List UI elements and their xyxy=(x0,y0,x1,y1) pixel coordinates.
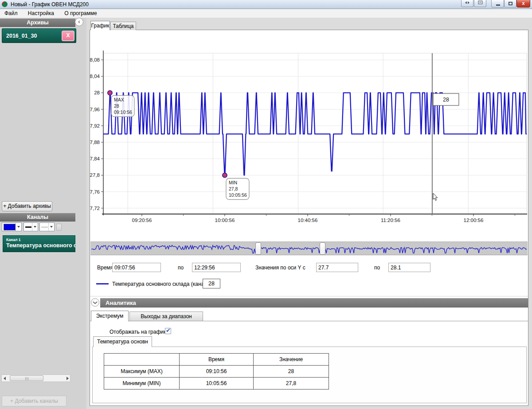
show-on-chart-checkbox[interactable]: ✔ xyxy=(165,328,171,334)
extremum-table-head: ВремяЗначение xyxy=(104,354,329,366)
minimize-button[interactable] xyxy=(491,0,504,8)
extremum-table-header-cell: Время xyxy=(180,354,254,366)
combo-separator xyxy=(16,223,16,231)
analytics-divider xyxy=(90,296,528,296)
color-swatch xyxy=(4,224,16,230)
check-icon: ✔ xyxy=(166,327,171,334)
legend-value-box[interactable]: 28 xyxy=(203,279,220,288)
thumb-grip-icon xyxy=(25,377,29,380)
combo-separator xyxy=(32,223,32,231)
to-label-1: по xyxy=(178,265,184,271)
tab-table[interactable]: Таблица xyxy=(110,22,136,30)
svg-text:27,76: 27,76 xyxy=(90,189,100,195)
triangle-right-icon xyxy=(66,377,69,380)
chart-plot[interactable]: 28,0828,042827,9627,9227,8827,8427,827,7… xyxy=(90,30,529,234)
svg-text:27,96: 27,96 xyxy=(90,107,100,112)
menu-item-about[interactable]: О программе xyxy=(60,9,101,18)
sidebar-collapse-button[interactable]: ‹ xyxy=(75,18,83,26)
extremum-table-cell: 09:10:56 xyxy=(180,366,254,378)
legend-swatch xyxy=(96,283,109,284)
extremum-table-cell: Минимум (MIN) xyxy=(104,378,180,390)
svg-text:27,84: 27,84 xyxy=(90,156,100,161)
chevron-down-icon xyxy=(34,226,36,228)
show-on-chart-label: Отображать на графике xyxy=(110,329,169,335)
add-channels-button[interactable]: + Добавить каналы xyxy=(2,396,66,406)
channel-item-tag: Канал 1 xyxy=(6,238,20,242)
time-from-input[interactable] xyxy=(112,263,161,272)
chevron-down-icon xyxy=(93,301,98,304)
navigator-handle-right[interactable] xyxy=(320,242,325,255)
y-from-input[interactable] xyxy=(316,263,358,272)
pin-window-icon xyxy=(478,0,483,4)
navigator-strip[interactable] xyxy=(90,242,528,255)
app-logo-icon xyxy=(2,1,8,7)
extremum-table-cell: 28 xyxy=(254,366,329,378)
extremum-table: ВремяЗначение Максимум (MAX)09:10:5628Ми… xyxy=(104,353,329,390)
channel-style-extra-button[interactable] xyxy=(56,224,62,231)
analytics-collapse-button[interactable] xyxy=(91,298,99,307)
svg-text:28,08: 28,08 xyxy=(90,57,100,62)
tab-range-violations[interactable]: Выходы за диапазон xyxy=(129,312,203,321)
svg-text:27,8: 27,8 xyxy=(229,186,238,191)
window-split-button[interactable] xyxy=(461,0,473,7)
maximize-icon xyxy=(509,2,512,5)
channel-item-label: Температура основного ск xyxy=(6,242,75,249)
scrollbar-thumb[interactable] xyxy=(10,375,43,381)
scroll-right-arrow[interactable] xyxy=(66,377,69,380)
title-bar: Новый - График ОВЕН МСД200 x xyxy=(0,0,532,9)
svg-text:28,04: 28,04 xyxy=(90,74,100,79)
channel-item-frame: Канал 1 Температура основного ск xyxy=(2,234,76,253)
maximize-button[interactable] xyxy=(504,0,516,8)
thin-line-swatch xyxy=(41,227,48,227)
extremum-marker xyxy=(108,90,112,95)
scroll-left-arrow[interactable] xyxy=(4,377,6,380)
line-width-select[interactable] xyxy=(39,222,55,231)
svg-text:12:00:56: 12:00:56 xyxy=(464,218,484,223)
svg-text:10:00:56: 10:00:56 xyxy=(215,218,235,223)
window-title: Новый - График ОВЕН МСД200 xyxy=(11,1,89,8)
table-row: Максимум (MAX)09:10:5628 xyxy=(104,366,329,378)
analytics-tab-line xyxy=(90,321,528,321)
extremum-table-cell: Максимум (MAX) xyxy=(104,366,180,378)
archives-header: Архивы xyxy=(0,19,75,27)
y-to-input[interactable] xyxy=(388,263,430,272)
svg-text:28: 28 xyxy=(94,90,100,95)
time-to-input[interactable] xyxy=(192,263,241,272)
menu-item-file[interactable]: Файл xyxy=(0,9,22,18)
svg-text:09:20:56: 09:20:56 xyxy=(132,218,152,223)
split-arrows-icon xyxy=(465,1,470,4)
svg-text:09:10:56: 09:10:56 xyxy=(114,109,132,115)
svg-text:27,8: 27,8 xyxy=(90,172,100,178)
channels-header: Каналы xyxy=(0,213,75,222)
navigator-handle-left[interactable] xyxy=(255,242,261,255)
tab-extremum[interactable]: Экстремум xyxy=(91,311,129,321)
archive-close-button[interactable]: X xyxy=(62,31,74,41)
analytics-header: Аналитика xyxy=(100,298,528,308)
add-archives-button[interactable]: + Добавить архивы xyxy=(2,201,52,211)
channel-color-select[interactable] xyxy=(2,222,22,231)
extremum-table-header-cell: Значение xyxy=(254,354,329,366)
svg-text:MIN: MIN xyxy=(229,180,237,185)
menu-item-settings[interactable]: Настройка xyxy=(23,9,59,18)
tab-chart[interactable]: График xyxy=(90,21,110,30)
navigator-waveform xyxy=(90,242,528,255)
archive-item-label: 2016_01_30 xyxy=(6,33,37,39)
menu-bar: Файл Настройка О программе xyxy=(0,9,532,18)
svg-text:27,92: 27,92 xyxy=(90,123,100,129)
svg-text:28: 28 xyxy=(443,97,449,103)
channels-scrollbar[interactable] xyxy=(1,374,70,382)
channel-item[interactable]: Канал 1 Температура основного ск xyxy=(3,235,75,252)
close-x-icon: X xyxy=(66,32,70,39)
svg-text:MAX: MAX xyxy=(114,97,124,102)
triangle-left-icon xyxy=(4,377,6,380)
close-button[interactable]: x xyxy=(516,0,530,8)
table-row: Минимум (MIN)10:05:5627,8 xyxy=(104,378,329,390)
channel-subtab[interactable]: Температура основн xyxy=(93,336,152,347)
window-pin-button[interactable] xyxy=(474,0,486,7)
extremum-table-body: Максимум (MAX)09:10:5628Минимум (MIN)10:… xyxy=(104,366,329,390)
extremum-marker xyxy=(223,173,227,177)
line-style-select[interactable] xyxy=(23,222,38,231)
chevron-down-icon xyxy=(17,226,20,228)
archive-item[interactable]: 2016_01_30 X xyxy=(2,28,76,43)
y-range-label: Значения по оси Y с xyxy=(255,265,305,271)
